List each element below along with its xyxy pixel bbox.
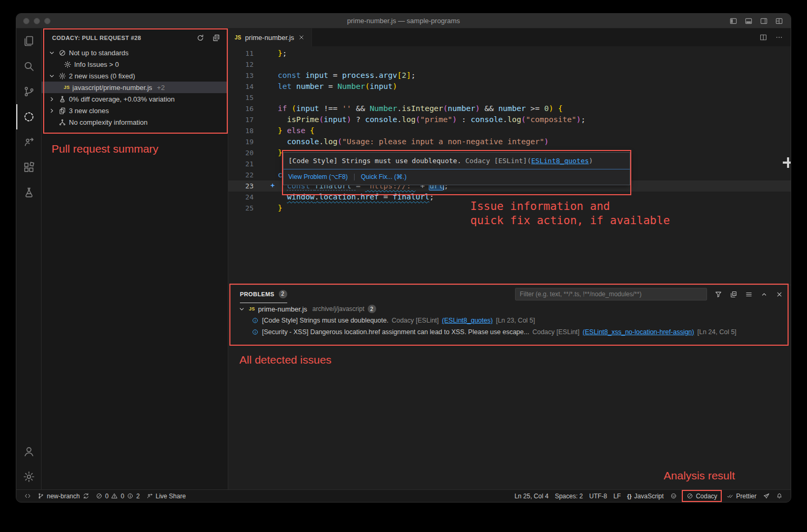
warnings-icon: [111, 493, 118, 499]
minimize-window-button[interactable]: [34, 18, 40, 24]
activitybar-accounts[interactable]: [16, 439, 41, 464]
editor[interactable]: 11};1213const input = process.argv[2];14…: [228, 46, 791, 285]
tree-item-3-new-clones[interactable]: 3 new clones: [42, 105, 228, 116]
code-line-18[interactable]: 18} else {: [228, 125, 791, 136]
problem-row[interactable]: [Code Style] Strings must use doublequot…: [228, 315, 791, 326]
problem-message: [Code Style] Strings must use doublequot…: [262, 317, 388, 324]
remote-icon: [24, 493, 31, 499]
filter-icon[interactable]: [714, 290, 722, 298]
tab-bar: JS prime-number.js: [228, 28, 791, 46]
hover-action[interactable]: View Problem (⌥F8): [288, 172, 348, 183]
code-line-16[interactable]: 16if (input !== '' && Number.isInteger(n…: [228, 103, 791, 114]
collapse-all-icon[interactable]: [730, 290, 738, 298]
code-line-12[interactable]: 12: [228, 59, 791, 70]
beaker-icon: [58, 95, 66, 103]
crosshair-marker: [783, 157, 791, 168]
js-file-icon: JS: [249, 306, 255, 312]
cursor-position[interactable]: Ln 25, Col 4: [512, 490, 551, 502]
code-line-11[interactable]: 11};: [228, 48, 791, 59]
close-tab-icon[interactable]: [298, 34, 305, 41]
activitybar-extensions[interactable]: [16, 155, 41, 180]
activitybar-codacy[interactable]: [16, 104, 41, 129]
vscode-window: prime-number.js — sample-programs CODACY…: [16, 13, 791, 503]
collapse-all-icon[interactable]: [212, 34, 220, 42]
code-line-13[interactable]: 13const input = process.argv[2];: [228, 70, 791, 81]
error-count: 0: [105, 493, 109, 500]
encoding[interactable]: UTF-8: [587, 490, 610, 502]
tree-item-javascript-prime-number-js[interactable]: JSjavascript/prime-number.js+2: [42, 82, 228, 93]
broadcast-button[interactable]: [760, 490, 772, 502]
notifications-button[interactable]: [773, 490, 785, 502]
tree-item-info-issues-0[interactable]: Info Issues > 0: [42, 58, 228, 70]
line-number: 15: [245, 92, 254, 103]
activitybar-explorer[interactable]: [16, 28, 41, 54]
hover-eslint-link[interactable]: ESLint8_quotes: [531, 157, 589, 165]
problems-filter-input[interactable]: [515, 288, 707, 300]
errors-icon: [96, 493, 103, 499]
toggle-secondary-sidebar-icon[interactable]: [760, 17, 768, 25]
activitybar-testing[interactable]: [16, 180, 41, 205]
line-number: 22: [245, 169, 254, 180]
annotation-issue-info: Issue information and quick fix action, …: [470, 199, 670, 228]
info-icon: [251, 317, 259, 324]
tree-item-0-diff-coverage-0-03-variation[interactable]: 0% diff coverage, +0.03% variation: [42, 93, 228, 105]
customize-layout-icon[interactable]: [775, 17, 783, 25]
problems-indicator[interactable]: 0 0 2: [93, 490, 143, 502]
problem-message: [Security - XSS] Dangerous location.href…: [262, 328, 529, 336]
tree-item-not-up-to-standards[interactable]: Not up to standards: [42, 47, 228, 58]
tab-prime-number-js[interactable]: JS prime-number.js: [228, 28, 312, 46]
line-number: 12: [245, 59, 254, 70]
tree-item-2-new-issues-0-fixed[interactable]: 2 new issues (0 fixed): [42, 70, 228, 82]
activitybar-search[interactable]: [16, 54, 41, 79]
prettier-status[interactable]: Prettier: [724, 490, 759, 502]
code-line-17[interactable]: 17 isPrime(input) ? console.log("prime")…: [228, 114, 791, 125]
codacy-status[interactable]: Codacy: [684, 491, 720, 501]
toggle-sidebar-icon[interactable]: [729, 17, 738, 25]
problem-rule-link[interactable]: (ESLint8_quotes): [442, 317, 493, 324]
code-line-14[interactable]: 14let number = Number(input): [228, 81, 791, 92]
sidebar-title: CODACY: PULL REQUEST #28: [52, 35, 141, 41]
refresh-icon[interactable]: [196, 34, 205, 42]
close-panel-icon[interactable]: [775, 290, 783, 298]
split-editor-icon[interactable]: [759, 33, 768, 42]
close-window-button[interactable]: [23, 18, 29, 24]
problem-row[interactable]: [Security - XSS] Dangerous location.href…: [228, 326, 791, 338]
info-icon: [251, 328, 259, 336]
code-line-15[interactable]: 15: [228, 92, 791, 103]
live-share-button[interactable]: Live Share: [144, 490, 188, 502]
zoom-window-button[interactable]: [44, 18, 51, 24]
activitybar-source-control[interactable]: [16, 79, 41, 104]
prettier-label: Prettier: [736, 493, 756, 500]
indentation[interactable]: Spaces: 2: [552, 490, 586, 502]
toggle-panel-icon[interactable]: [744, 17, 753, 25]
chevron-down-icon: [48, 49, 56, 57]
activitybar-live-share[interactable]: [16, 129, 41, 155]
feedback-button[interactable]: [668, 490, 680, 502]
tree-item-no-complexity-information[interactable]: No complexity information: [42, 116, 228, 128]
problems-file-path: archive/j/javascript: [312, 305, 365, 313]
remote-indicator[interactable]: [22, 490, 34, 502]
code-area: 11};1213const input = process.argv[2];14…: [228, 48, 791, 214]
info-icon: [127, 493, 134, 499]
problem-rule-link[interactable]: (ESLint8_xss_no-location-href-assign): [583, 328, 694, 336]
sync-icon: [83, 493, 89, 499]
code-line-19[interactable]: 19 console.log("Usage: please input a no…: [228, 136, 791, 147]
gear-icon: [64, 61, 72, 68]
files-icon: [23, 35, 35, 47]
eol-sequence[interactable]: LF: [611, 490, 623, 502]
branch-indicator[interactable]: new-branch: [35, 490, 92, 502]
annotation-pull-request-summary: Pull request summary: [52, 142, 158, 156]
chevron-up-icon[interactable]: [760, 290, 768, 298]
hover-action[interactable]: Quick Fix... (⌘.): [361, 172, 407, 183]
menu-icon[interactable]: [745, 290, 753, 298]
sidebar: CODACY: PULL REQUEST #28 Not up to stand…: [42, 28, 228, 489]
problems-file-row[interactable]: JS prime-number.js archive/j/javascript …: [228, 303, 791, 315]
activitybar-settings[interactable]: [16, 464, 41, 489]
circle-slash-icon: [58, 49, 66, 57]
annotation-box-codacy: Codacy: [682, 490, 722, 502]
line-number: 25: [245, 203, 254, 214]
more-actions-icon[interactable]: [775, 33, 783, 42]
tab-problems[interactable]: PROBLEMS 2: [240, 285, 287, 303]
language-mode[interactable]: {} JavaScript: [624, 490, 667, 502]
line-number: 14: [245, 81, 254, 92]
